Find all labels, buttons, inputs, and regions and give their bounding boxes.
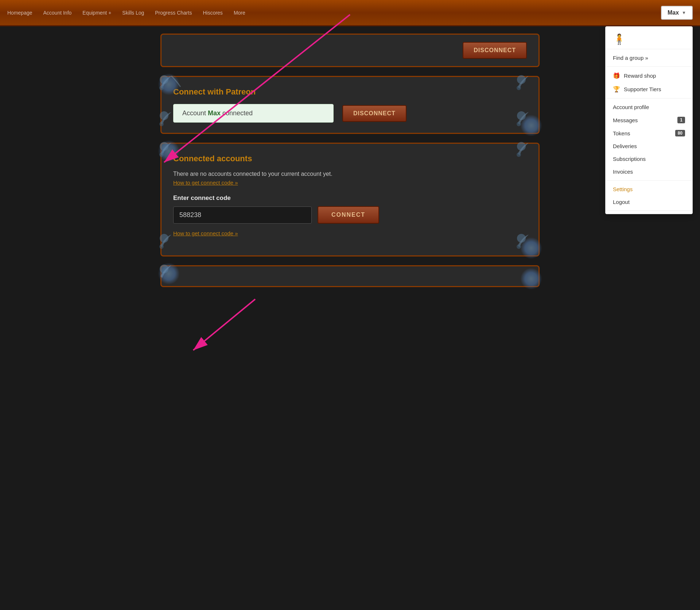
patreon-section: Account Max connected DISCONNECT — [173, 104, 527, 123]
nav-account-info[interactable]: Account Info — [43, 10, 72, 16]
main-content: DISCONNECT Connect with Patreon — [149, 26, 551, 294]
chevron-down-icon: ▼ — [682, 10, 686, 15]
dropdown-header: 🧍 — [606, 30, 692, 49]
dropdown-section-settings: Settings Logout — [606, 181, 692, 211]
reward-shop-label: Reward shop — [624, 73, 656, 79]
nav-hiscores[interactable]: Hiscores — [203, 10, 222, 16]
connect-row: CONNECT — [173, 206, 527, 224]
dropdown-section-find-group: Find a group » — [606, 49, 692, 67]
patreon-panel-title: Connect with Patreon — [173, 87, 527, 97]
svg-point-3 — [517, 86, 521, 90]
bottom-panel — [160, 265, 540, 287]
svg-point-9 — [159, 152, 164, 157]
dropdown-settings[interactable]: Settings — [606, 183, 692, 196]
top-section-panel: DISCONNECT — [160, 34, 540, 67]
account-connected-suffix: connected — [221, 109, 253, 117]
user-dropdown-menu: 🧍 Find a group » 🎁 Reward shop 🏆 Support… — [605, 26, 693, 214]
dropdown-find-group[interactable]: Find a group » — [606, 51, 692, 64]
dropdown-deliveries[interactable]: Deliveries — [606, 140, 692, 152]
connected-ornament-br — [516, 233, 541, 258]
supporter-tiers-label: Supporter Tiers — [624, 86, 661, 92]
connected-accounts-panel: Connected accounts There are no accounts… — [160, 143, 540, 256]
tokens-badge: 80 — [675, 130, 685, 136]
dropdown-logout[interactable]: Logout — [606, 196, 692, 208]
messages-label: Messages — [613, 117, 638, 123]
account-connected-box: Account Max connected — [173, 104, 334, 123]
how-to-link-top[interactable]: How to get connect code » — [173, 179, 238, 186]
connected-ornament-bl — [159, 233, 184, 258]
ornament-br — [516, 110, 541, 136]
account-profile-label: Account profile — [613, 104, 649, 110]
settings-label: Settings — [613, 186, 633, 192]
svg-point-7 — [517, 122, 521, 126]
connected-ornament-tl — [159, 141, 184, 166]
dropdown-section-rewards: 🎁 Reward shop 🏆 Supporter Tiers — [606, 67, 692, 99]
connected-accounts-body: Connected accounts There are no accounts… — [162, 144, 538, 255]
svg-point-5 — [159, 122, 164, 126]
connect-button[interactable]: CONNECT — [318, 206, 379, 224]
svg-line-20 — [193, 299, 255, 350]
dropdown-messages[interactable]: Messages 1 — [606, 113, 692, 127]
svg-point-11 — [517, 152, 521, 157]
patreon-panel: Connect with Patreon Account Max connect… — [160, 76, 540, 134]
ornament-tl — [159, 74, 184, 100]
top-disconnect-button[interactable]: DISCONNECT — [463, 42, 527, 59]
nav-items: Homepage Account Info Equipment + Skills… — [7, 10, 661, 16]
top-disconnect-row: DISCONNECT — [162, 35, 538, 66]
messages-badge: 1 — [677, 117, 685, 123]
dropdown-supporter-tiers[interactable]: 🏆 Supporter Tiers — [606, 82, 692, 96]
user-menu-button[interactable]: Max ▼ — [661, 6, 693, 20]
account-name: Max — [208, 109, 221, 117]
gift-icon: 🎁 — [613, 72, 620, 79]
no-accounts-text: There are no accounts connected to your … — [173, 171, 527, 177]
nav-skills[interactable]: Skills Log — [122, 10, 144, 16]
invoices-label: Invoices — [613, 169, 633, 175]
avatar-icon: 🧍 — [613, 33, 626, 45]
connect-code-input[interactable] — [173, 206, 312, 224]
patreon-disconnect-button[interactable]: DISCONNECT — [342, 105, 407, 122]
nav-equipment[interactable]: Equipment + — [82, 10, 111, 16]
user-name-label: Max — [668, 9, 679, 16]
subscriptions-label: Subscriptions — [613, 156, 646, 162]
nav-progress[interactable]: Progress Charts — [155, 10, 192, 16]
dropdown-section-account: Account profile Messages 1 Tokens 80 Del… — [606, 99, 692, 181]
ornament-tr — [516, 74, 541, 100]
nav-more[interactable]: More — [234, 10, 245, 16]
logout-label: Logout — [613, 199, 630, 205]
trophy-icon: 🏆 — [613, 86, 620, 93]
svg-point-13 — [159, 244, 164, 249]
deliveries-label: Deliveries — [613, 143, 637, 149]
navbar: Homepage Account Info Equipment + Skills… — [0, 0, 700, 26]
account-connected-prefix: Account — [182, 109, 208, 117]
dropdown-subscriptions[interactable]: Subscriptions — [606, 152, 692, 165]
ornament-bl — [159, 110, 184, 136]
dropdown-reward-shop[interactable]: 🎁 Reward shop — [606, 69, 692, 82]
connected-accounts-title: Connected accounts — [173, 154, 527, 163]
dropdown-account-profile[interactable]: Account profile — [606, 101, 692, 113]
connected-ornament-tr — [516, 141, 541, 166]
dropdown-invoices[interactable]: Invoices — [606, 165, 692, 178]
patreon-panel-body: Connect with Patreon Account Max connect… — [162, 77, 538, 133]
enter-code-label: Enter connect code — [173, 194, 527, 202]
dropdown-tokens[interactable]: Tokens 80 — [606, 127, 692, 140]
nav-home[interactable]: Homepage — [7, 10, 32, 16]
svg-point-1 — [159, 86, 164, 90]
svg-point-15 — [517, 244, 521, 249]
tokens-label: Tokens — [613, 130, 630, 136]
find-group-label: Find a group » — [613, 55, 648, 61]
bottom-ornament-tl — [159, 263, 184, 289]
